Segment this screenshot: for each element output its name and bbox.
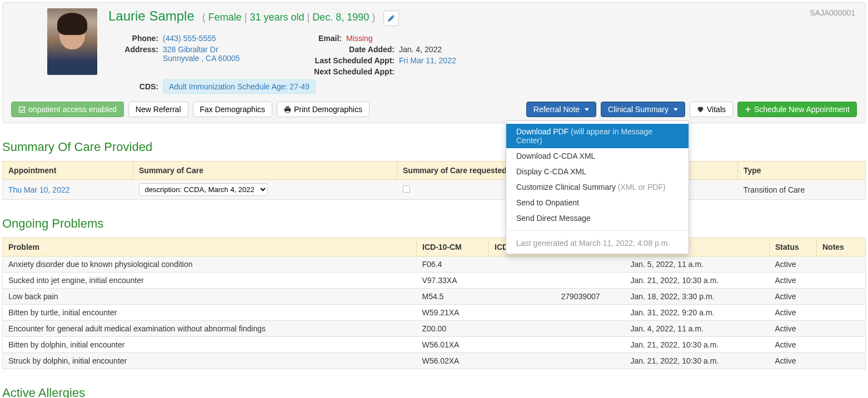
cell-notes (817, 289, 866, 305)
cell-status: Active (770, 273, 817, 289)
phone-value[interactable]: (443) 555-5555 (163, 34, 216, 43)
cell-problem: Encounter for general adult medical exam… (3, 321, 417, 337)
cell-icd10: V97.33XA (417, 273, 489, 289)
menu-customize-summary[interactable]: Customize Clinical Summary (XML or PDF) (506, 179, 689, 195)
cell-icd10: W56.02XA (417, 353, 489, 369)
email-label: Email: (308, 34, 342, 43)
summary-select[interactable]: description: CCDA, March 4, 2022 (139, 183, 268, 196)
new-referral-button[interactable]: New Referral (128, 102, 188, 117)
cell-diagnosis: Jan. 31, 2022, 9:20 a.m. (625, 305, 770, 321)
cell-problem: Bitten by dolphin, initial encounter (3, 337, 417, 353)
cell-icd9 (489, 337, 556, 353)
cell-diagnosis: Jan. 21, 2022, 10:30 a.m. (625, 273, 770, 289)
cell-problem: Anxiety disorder due to known physiologi… (3, 256, 417, 273)
heart-icon (697, 106, 704, 113)
ongoing-problems-table: Problem ICD-10-CM ICD-9-CM SNOMED Diagno… (2, 238, 866, 369)
cell-diagnosis: Jan. 21, 2022, 10:30 a.m. (625, 353, 770, 369)
cell-snomed (556, 337, 625, 353)
col-problem: Problem (3, 238, 417, 256)
check-icon (18, 106, 26, 113)
cell-icd9 (489, 289, 556, 305)
cell-snomed (556, 305, 625, 321)
last-appt-label: Last Scheduled Appt: (308, 56, 395, 65)
cell-status: Active (770, 337, 817, 353)
menu-display-ccda-xml[interactable]: Display C-CDA XML (506, 164, 689, 179)
cell-snomed: 279039007 (556, 289, 625, 305)
menu-divider (506, 230, 689, 231)
table-row: Anxiety disorder due to known physiologi… (3, 256, 866, 273)
date-added-value: Jan. 4, 2022 (399, 45, 442, 54)
patient-name: Laurie Sample (108, 8, 194, 23)
col-notes: Notes (817, 238, 866, 256)
patient-header: SAJA000001 Laurie Sample ( Female | 31 y… (2, 2, 866, 123)
address-value[interactable]: 328 Gibraltar Dr Sunnyvale , CA 60005 (163, 45, 240, 65)
table-row: Encounter for general adult medical exam… (3, 321, 866, 337)
cell-notes (817, 256, 866, 273)
cell-diagnosis: Jan. 4, 2022, 11 a.m. (625, 321, 770, 337)
menu-send-direct[interactable]: Send Direct Message (506, 210, 689, 226)
cell-notes (817, 273, 866, 289)
cds-badge[interactable]: Adult Immunization Schedule Age: 27-49 (163, 79, 316, 94)
col-type: Type (738, 162, 866, 180)
cell-icd10: M54.5 (417, 289, 489, 305)
clinical-summary-menu: Download PDF (will appear in Message Cen… (506, 120, 689, 254)
active-allergies-heading: Active Allergies (2, 386, 866, 398)
cell-snomed (556, 256, 625, 273)
action-bar: onpatient access enabled New Referral Fa… (11, 102, 857, 117)
clinical-summary-dropdown[interactable]: Clinical Summary (601, 102, 685, 117)
cell-problem: Struck by dolphin, initial encounter (3, 353, 417, 369)
cell-icd9 (489, 353, 556, 369)
next-appt-label: Next Scheduled Appt: (308, 67, 395, 76)
cell-problem: Bitten by turtle, initial encounter (3, 305, 417, 321)
cell-icd9 (489, 273, 556, 289)
print-icon (284, 106, 291, 113)
summary-of-care-table: Appointment Summary of Care Summary of C… (2, 161, 866, 200)
cell-icd10: W56.01XA (417, 337, 489, 353)
cell-problem: Low back pain (3, 289, 417, 305)
phone-label: Phone: (108, 34, 158, 43)
menu-last-generated: Last generated at March 11, 2022, 4:08 p… (506, 235, 689, 251)
date-added-label: Date Added: (308, 45, 395, 54)
patient-photo[interactable] (47, 8, 97, 75)
table-row: Bitten by turtle, initial encounterW59.2… (3, 305, 866, 321)
menu-download-pdf[interactable]: Download PDF (will appear in Message Cen… (506, 124, 689, 148)
cell-status: Active (770, 321, 817, 337)
cell-notes (817, 353, 866, 369)
cell-notes (817, 337, 866, 353)
patient-id: SAJA000001 (810, 8, 855, 17)
cell-status: Active (770, 305, 817, 321)
col-status: Status (770, 238, 817, 256)
last-appt-value[interactable]: Fri Mar 11, 2022 (399, 56, 456, 65)
cell-icd9 (489, 305, 556, 321)
table-row: Thu Mar 10, 2022 description: CCDA, Marc… (3, 180, 866, 200)
type-cell: Transition of Care (738, 180, 866, 200)
cell-status: Active (770, 256, 817, 273)
cell-status: Active (770, 353, 817, 369)
fax-demographics-button[interactable]: Fax Demographics (193, 102, 273, 117)
appointment-link[interactable]: Thu Mar 10, 2022 (8, 185, 70, 194)
summary-requested-checkbox[interactable] (403, 185, 410, 193)
onpatient-access-button[interactable]: onpatient access enabled (11, 102, 124, 117)
cell-icd9 (489, 256, 556, 273)
cell-snomed (556, 353, 625, 369)
cell-diagnosis: Jan. 5, 2022, 11 a.m. (625, 256, 770, 273)
col-appointment: Appointment (3, 162, 133, 180)
cell-icd10: F06.4 (417, 256, 489, 273)
cell-icd9 (489, 321, 556, 337)
referral-note-dropdown[interactable]: Referral Note (526, 102, 596, 117)
schedule-appointment-button[interactable]: Schedule New Appointment (737, 102, 857, 117)
vitals-button[interactable]: Vitals (690, 102, 733, 117)
cell-notes (817, 321, 866, 337)
edit-patient-button[interactable] (383, 11, 399, 26)
print-demographics-button[interactable]: Print Demographics (277, 102, 370, 117)
cell-diagnosis: Jan. 21, 2022, 10:30 a.m. (625, 337, 770, 353)
menu-send-onpatient[interactable]: Send to Onpatient (506, 195, 689, 210)
cell-status: Active (770, 289, 817, 305)
ongoing-problems-heading: Ongoing Problems (2, 216, 866, 231)
table-row: Bitten by dolphin, initial encounterW56.… (3, 337, 866, 353)
summary-of-care-heading: Summary Of Care Provided (2, 140, 866, 154)
cell-snomed (556, 273, 625, 289)
table-row: Struck by dolphin, initial encounterW56.… (3, 353, 866, 369)
menu-download-ccda-xml[interactable]: Download C-CDA XML (506, 148, 689, 164)
pencil-icon (388, 15, 395, 22)
